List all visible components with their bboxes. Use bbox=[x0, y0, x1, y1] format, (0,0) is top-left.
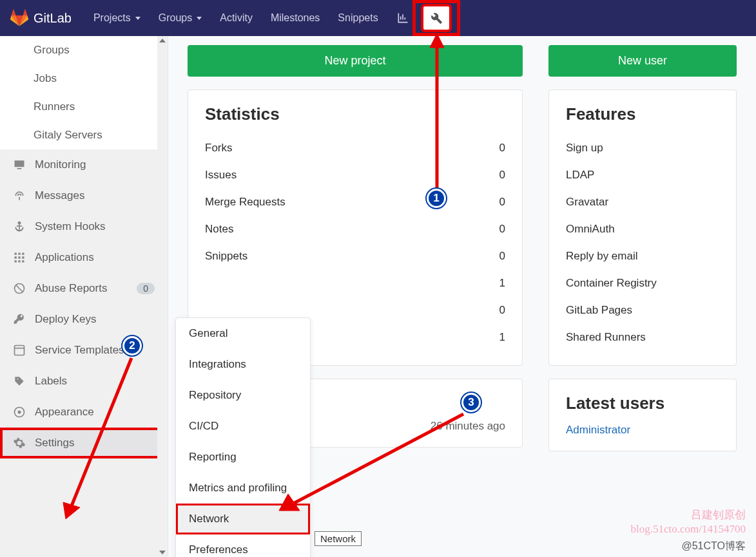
flyout-general[interactable]: General bbox=[176, 318, 310, 349]
feat-reply: Reply by email bbox=[566, 243, 719, 270]
feat-registry: Container Registry bbox=[566, 270, 719, 297]
svg-marker-8 bbox=[63, 502, 80, 519]
nav-items: Projects Groups Activity Milestones Snip… bbox=[84, 0, 451, 36]
top-navbar: GitLab Projects Groups Activity Mileston… bbox=[0, 0, 756, 36]
feat-runners: Shared Runners bbox=[566, 324, 719, 351]
callout-2: 2 bbox=[122, 336, 142, 355]
sidebar-system-hooks-label: System Hooks bbox=[35, 220, 106, 233]
sidebar-sub-jobs[interactable]: Jobs bbox=[0, 64, 168, 93]
nav-projects[interactable]: Projects bbox=[84, 0, 150, 36]
stat-merge-requests: Merge Requests0 bbox=[205, 189, 505, 216]
appearance-icon bbox=[13, 406, 26, 419]
sidebar-sub-gitaly[interactable]: Gitaly Servers bbox=[0, 121, 168, 149]
broadcast-icon bbox=[13, 189, 26, 202]
stat-notes: Notes0 bbox=[205, 216, 505, 243]
svg-line-7 bbox=[71, 358, 131, 507]
feat-gravatar: Gravatar bbox=[566, 189, 719, 216]
sidebar-applications[interactable]: Applications bbox=[0, 242, 168, 273]
gitlab-logo-icon bbox=[10, 9, 28, 27]
sidebar-system-hooks[interactable]: System Hooks bbox=[0, 211, 168, 242]
sidebar-messages[interactable]: Messages bbox=[0, 180, 168, 211]
flyout-tooltip: Network bbox=[315, 531, 362, 546]
nav-groups[interactable]: Groups bbox=[150, 0, 211, 36]
feat-omniauth: OmniAuth bbox=[566, 216, 719, 243]
labels-icon bbox=[13, 375, 26, 388]
sidebar-applications-label: Applications bbox=[35, 251, 94, 264]
watermark: 吕建钊原创 blog.51cto.com/14154700 bbox=[631, 508, 746, 536]
template-icon bbox=[13, 344, 26, 357]
callout-1: 1 bbox=[427, 189, 446, 208]
abuse-badge: 0 bbox=[137, 283, 155, 294]
scroll-down-icon bbox=[159, 551, 166, 554]
sidebar-scrollbar[interactable] bbox=[157, 36, 168, 557]
sidebar-sub-runners[interactable]: Runners bbox=[0, 93, 168, 121]
new-project-button[interactable]: New project bbox=[188, 45, 523, 77]
svg-line-9 bbox=[292, 414, 463, 504]
latest-users-title: Latest users bbox=[566, 393, 719, 413]
flyout-integrations[interactable]: Integrations bbox=[176, 349, 310, 380]
footer-credit: @51CTO博客 bbox=[681, 540, 746, 553]
features-card: Features Sign up LDAP Gravatar OmniAuth … bbox=[548, 90, 737, 366]
abuse-icon bbox=[13, 282, 26, 295]
brand[interactable]: GitLab bbox=[10, 9, 72, 27]
flyout-repository[interactable]: Repository bbox=[176, 380, 310, 411]
gear-icon bbox=[13, 437, 26, 449]
sidebar-monitoring-label: Monitoring bbox=[35, 158, 86, 171]
nav-milestones[interactable]: Milestones bbox=[262, 0, 329, 36]
sidebar-abuse-reports[interactable]: Abuse Reports 0 bbox=[0, 273, 168, 304]
latest-user-link[interactable]: Administrator bbox=[566, 424, 630, 437]
new-user-button[interactable]: New user bbox=[548, 45, 737, 77]
stat-forks: Forks0 bbox=[205, 135, 505, 162]
stat-row-6: 1 bbox=[205, 270, 505, 297]
sidebar-deploy-keys-label: Deploy Keys bbox=[35, 313, 96, 326]
sidebar-abuse-label: Abuse Reports bbox=[35, 282, 107, 295]
monitor-icon bbox=[13, 158, 26, 171]
sidebar-messages-label: Messages bbox=[35, 189, 84, 202]
feat-ldap: LDAP bbox=[566, 162, 719, 189]
latest-users-card: Latest users Administrator bbox=[548, 379, 737, 451]
stat-issues: Issues0 bbox=[205, 162, 505, 189]
flyout-preferences[interactable]: Preferences bbox=[176, 534, 310, 557]
annotation-arrow-1 bbox=[427, 33, 447, 207]
anchor-icon bbox=[13, 220, 26, 233]
svg-point-3 bbox=[18, 411, 21, 414]
statistics-title: Statistics bbox=[205, 104, 505, 124]
scroll-up-icon bbox=[159, 39, 166, 42]
key-icon bbox=[13, 313, 26, 326]
stat-snippets: Snippets0 bbox=[205, 243, 505, 270]
callout-3: 3 bbox=[461, 393, 481, 412]
svg-rect-1 bbox=[15, 346, 24, 355]
brand-name: GitLab bbox=[34, 11, 72, 26]
sidebar-sub-list: Groups Jobs Runners Gitaly Servers bbox=[0, 36, 168, 149]
annotation-arrow-3 bbox=[275, 409, 475, 518]
sidebar-sub-groups[interactable]: Groups bbox=[0, 36, 168, 64]
sidebar-monitoring[interactable]: Monitoring bbox=[0, 149, 168, 180]
nav-snippets[interactable]: Snippets bbox=[329, 0, 387, 36]
annotation-arrow-2 bbox=[59, 353, 143, 520]
annotation-box-admin bbox=[412, 0, 460, 36]
grid-icon bbox=[13, 251, 26, 264]
nav-activity[interactable]: Activity bbox=[211, 0, 262, 36]
feat-signup: Sign up bbox=[566, 135, 719, 162]
feat-pages: GitLab Pages bbox=[566, 297, 719, 324]
sidebar-deploy-keys[interactable]: Deploy Keys bbox=[0, 304, 168, 335]
features-title: Features bbox=[566, 104, 719, 124]
